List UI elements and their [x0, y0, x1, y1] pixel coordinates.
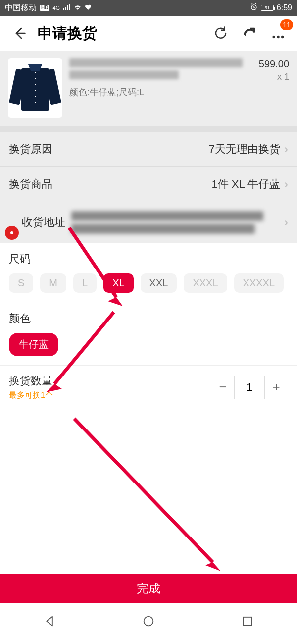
- product-summary: 颜色:牛仔蓝;尺码:L 599.00 x 1: [0, 51, 297, 126]
- color-title: 颜色: [9, 311, 288, 326]
- more-button[interactable]: 11: [268, 23, 288, 43]
- product-attributes: 颜色:牛仔蓝;尺码:L: [69, 86, 252, 98]
- svg-point-5: [273, 36, 276, 39]
- quantity-increase-button[interactable]: +: [264, 376, 288, 399]
- quantity-decrease-button[interactable]: −: [211, 376, 235, 399]
- divider: [0, 126, 297, 132]
- svg-rect-1: [65, 7, 66, 10]
- quantity-stepper: − 1 +: [211, 376, 288, 399]
- selection-sheet: 尺码 S M L XL XXL XXXL XXXXL 颜色 牛仔蓝 换货数量 最…: [0, 243, 297, 409]
- chevron-right-icon: ›: [284, 177, 288, 191]
- exchange-item-label: 换货商品: [9, 177, 211, 192]
- system-home-button[interactable]: [142, 614, 155, 630]
- system-recent-button[interactable]: [241, 614, 254, 630]
- svg-rect-2: [67, 5, 68, 10]
- size-chip-xxl[interactable]: XXL: [141, 273, 177, 293]
- svg-point-7: [281, 36, 284, 39]
- time-label: 6:59: [277, 3, 292, 12]
- product-quantity: x 1: [259, 72, 289, 82]
- shipping-address-label: 收货地址: [22, 215, 65, 230]
- chevron-right-icon: ›: [284, 215, 288, 229]
- color-section: 颜色 牛仔蓝: [0, 302, 297, 366]
- size-chip-xxxxl[interactable]: XXXXL: [234, 273, 284, 293]
- quantity-label: 换货数量: [9, 374, 211, 388]
- system-nav-bar: [0, 607, 297, 637]
- status-bar: 中国移动 HD 4G 51 6:59: [0, 0, 297, 16]
- product-price: 599.00: [259, 58, 289, 70]
- size-chip-s[interactable]: S: [9, 273, 33, 293]
- quantity-hint: 最多可换1个: [9, 390, 211, 401]
- location-pin-icon: [5, 226, 19, 240]
- exchange-item-value: 1件 XL 牛仔蓝: [211, 177, 280, 192]
- product-image: [8, 58, 62, 118]
- page-title: 申请换货: [38, 23, 202, 44]
- battery-icon: 51: [261, 5, 274, 11]
- size-options: S M L XL XXL XXXL XXXXL: [9, 273, 288, 293]
- quantity-value: 1: [235, 376, 264, 399]
- chevron-right-icon: ›: [284, 142, 288, 156]
- hd-badge: HD: [40, 5, 50, 11]
- size-chip-l[interactable]: L: [73, 273, 97, 293]
- exchange-reason-row[interactable]: 换货原因 7天无理由换货 ›: [0, 132, 297, 167]
- address-redacted-2: [71, 224, 255, 234]
- svg-point-8: [10, 231, 13, 234]
- notification-badge: 11: [280, 19, 293, 30]
- exchange-item-row[interactable]: 换货商品 1件 XL 牛仔蓝 ›: [0, 167, 297, 202]
- system-back-button[interactable]: [43, 614, 56, 630]
- color-options: 牛仔蓝: [9, 333, 288, 356]
- svg-rect-0: [63, 8, 64, 10]
- heart-icon: [85, 3, 92, 12]
- address-redacted: [71, 211, 263, 221]
- share-button[interactable]: [240, 23, 259, 43]
- svg-point-6: [277, 36, 280, 39]
- size-chip-xl[interactable]: XL: [103, 273, 133, 293]
- size-section: 尺码 S M L XL XXL XXXL XXXXL: [0, 243, 297, 302]
- product-title-redacted-2: [69, 70, 179, 79]
- alarm-icon: [250, 3, 258, 13]
- svg-rect-10: [244, 617, 251, 625]
- shipping-address-row[interactable]: 收货地址 ›: [0, 202, 297, 243]
- size-chip-m[interactable]: M: [40, 273, 66, 293]
- exchange-reason-label: 换货原因: [9, 142, 209, 157]
- size-chip-xxxl[interactable]: XXXL: [184, 273, 227, 293]
- nav-bar: 申请换货 11: [0, 16, 297, 51]
- carrier-label: 中国移动: [5, 3, 37, 13]
- svg-rect-3: [69, 4, 70, 10]
- wifi-icon: [74, 3, 82, 12]
- annotation-arrow-icon: [69, 414, 228, 577]
- exchange-reason-value: 7天无理由换货: [209, 142, 280, 157]
- product-title-redacted: [69, 58, 243, 67]
- svg-point-9: [144, 617, 153, 626]
- quantity-row: 换货数量 最多可换1个 − 1 +: [0, 366, 297, 409]
- svg-marker-16: [205, 562, 221, 571]
- back-button[interactable]: [9, 23, 29, 43]
- network-type: 4G: [52, 5, 60, 11]
- refresh-button[interactable]: [211, 23, 231, 43]
- color-chip-denim-blue[interactable]: 牛仔蓝: [9, 333, 58, 356]
- signal-icon: [63, 3, 71, 12]
- size-title: 尺码: [9, 252, 288, 267]
- svg-line-15: [74, 419, 213, 562]
- done-button[interactable]: 完成: [0, 574, 297, 603]
